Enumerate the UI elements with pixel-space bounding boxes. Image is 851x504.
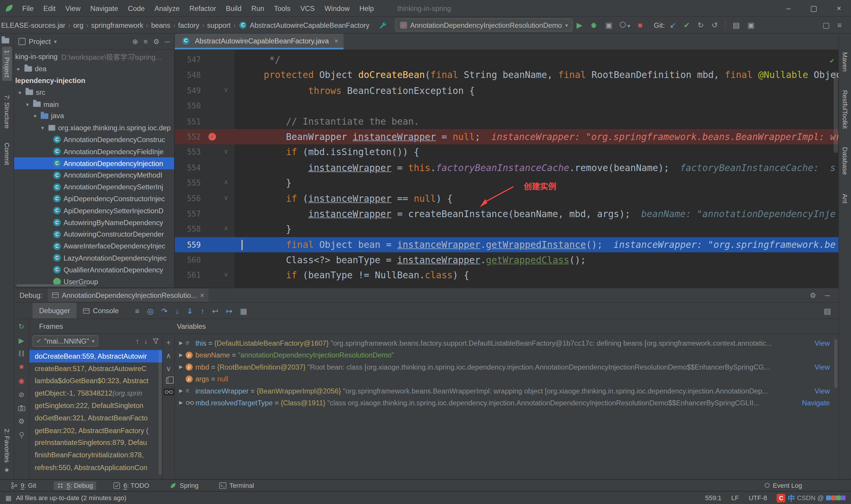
- gutter-cell[interactable]: [201, 206, 231, 221]
- expand-arrow-icon[interactable]: ▶: [179, 400, 185, 405]
- caret-position[interactable]: 559:1: [705, 494, 722, 502]
- tool-stripe-favorites[interactable]: 2: Favorites: [3, 429, 11, 463]
- tree-item[interactable]: ▾src: [14, 87, 174, 98]
- step-out-icon[interactable]: ↑: [201, 306, 204, 315]
- variable-row[interactable]: ▶pbeanName = "annotationDependencyInject…: [175, 349, 838, 361]
- tree-item[interactable]: CAutowiringConstructorDepender: [14, 228, 174, 240]
- fold-marker-icon[interactable]: ∧: [224, 221, 228, 236]
- filter-funnel-icon[interactable]: [152, 338, 159, 344]
- tree-item[interactable]: ▾java: [14, 110, 174, 122]
- line-separator-indicator[interactable]: LF: [731, 494, 739, 502]
- tool-windows-toggle-icon[interactable]: ▦: [5, 494, 12, 502]
- window-layout-icon[interactable]: ▢: [819, 21, 834, 29]
- gutter-cell[interactable]: [201, 98, 231, 114]
- tool-button-spring[interactable]: Spring: [167, 481, 202, 489]
- stack-frame-row[interactable]: createBean:517, AbstractAutowireC: [29, 362, 162, 375]
- tree-item[interactable]: CAnnotationDependencySetterInj: [14, 181, 174, 193]
- menu-window[interactable]: Window: [320, 4, 355, 13]
- project-view-select[interactable]: Project: [29, 37, 51, 46]
- tool-button-git[interactable]: 9: Git: [8, 481, 40, 489]
- stack-frame-row[interactable]: doGetBean:321, AbstractBeanFacto: [29, 412, 162, 424]
- stack-frame-row[interactable]: doCreateBean:559, AbstractAutowir: [29, 350, 162, 362]
- tool-button-terminal[interactable]: Terminal: [216, 481, 257, 489]
- fold-marker-icon[interactable]: ∨: [224, 82, 228, 97]
- rerun-icon[interactable]: ↻: [19, 322, 24, 330]
- tree-item[interactable]: CAnnotationDependencyFieldInje: [14, 146, 174, 158]
- stack-frame-row[interactable]: getBean:202, AbstractBeanFactory (: [29, 424, 162, 437]
- menu-navigate[interactable]: Navigate: [85, 4, 123, 13]
- run-configuration-select[interactable]: AnnotationDependencyInjectionResolutionD…: [395, 18, 573, 31]
- tool-stripe-project[interactable]: 1: Project: [2, 47, 12, 80]
- previous-frame-icon[interactable]: ↑: [135, 337, 139, 345]
- code-editor[interactable]: 547 */548 protected Object doCreateBean(…: [175, 50, 838, 287]
- editor-scrollbar[interactable]: [834, 72, 838, 153]
- tree-item[interactable]: CAnnotationDependencyInjection: [14, 158, 174, 169]
- thread-select[interactable]: ✔ "mai...NNING" ▾: [33, 335, 98, 347]
- menu-refactor[interactable]: Refactor: [184, 4, 221, 13]
- stack-frame-row[interactable]: getSingleton:222, DefaultSingleton: [29, 399, 162, 412]
- coverage-button[interactable]: ▣: [601, 21, 616, 29]
- thread-dump-camera-icon[interactable]: [18, 405, 25, 411]
- variable-navigate-link[interactable]: Navigate: [797, 398, 838, 407]
- tool-stripe-structure[interactable]: 7: Structure: [3, 95, 11, 128]
- rollback-icon[interactable]: ↺: [708, 21, 722, 29]
- tab-console[interactable]: Console: [76, 303, 125, 319]
- tree-item[interactable]: CApiDependencyConstructorInjec: [14, 193, 174, 205]
- collapse-all-icon[interactable]: ≡: [144, 37, 148, 46]
- tree-item[interactable]: ▾org.xiaoge.thinking.in.spring.ioc.dep: [14, 122, 174, 134]
- close-icon[interactable]: ×: [200, 291, 204, 299]
- breadcrumb-item[interactable]: springframework: [90, 21, 144, 29]
- variable-row[interactable]: ▶≡instanceWrapper = {BeanWrapperImpl@205…: [175, 385, 838, 396]
- watches-glasses-icon[interactable]: [163, 389, 174, 396]
- stack-frame-row[interactable]: refresh:550, AbstractApplicationCon: [29, 462, 162, 474]
- gutter-cell[interactable]: ∧: [201, 175, 231, 191]
- variable-view-link[interactable]: View: [809, 387, 838, 395]
- tree-item[interactable]: CApiDependencySetterInjectionD: [14, 205, 174, 217]
- restore-layout-icon[interactable]: ▤: [824, 306, 838, 315]
- chevron-down-icon[interactable]: ▾: [18, 90, 25, 95]
- hide-panel-icon[interactable]: ─: [825, 291, 830, 299]
- minimize-button[interactable]: –: [777, 4, 800, 13]
- close-icon[interactable]: ×: [334, 37, 338, 45]
- gutter-cell[interactable]: [201, 160, 231, 175]
- tree-item[interactable]: lependency-injection: [14, 75, 174, 87]
- collapse-icon[interactable]: ∨: [166, 364, 171, 373]
- tool-stripe-restfultoolkit[interactable]: RestfulToolkit: [841, 90, 849, 129]
- mute-breakpoints-icon[interactable]: ⊘: [19, 391, 24, 399]
- menu-vcs[interactable]: VCS: [295, 4, 320, 13]
- tree-item[interactable]: CAwareInterfaceDependencyInjec: [14, 240, 174, 252]
- tool-stripe-database[interactable]: Database: [841, 147, 849, 175]
- settings-gear-icon[interactable]: ⚙: [153, 37, 159, 46]
- breakpoint-icon[interactable]: ✓: [208, 133, 216, 141]
- tree-item[interactable]: CAnnotationDependencyMethodI: [14, 169, 174, 181]
- menu-analyze[interactable]: Analyze: [149, 4, 184, 13]
- step-over-icon[interactable]: ↷: [161, 306, 168, 315]
- breadcrumb-item[interactable]: org: [72, 21, 85, 29]
- horizontal-scrollbar[interactable]: [16, 284, 87, 286]
- settings-gear-icon[interactable]: ⚙: [810, 291, 816, 299]
- tree-item[interactable]: CLazyAnnotationDependencyInjec: [14, 252, 174, 264]
- menu-run[interactable]: Run: [247, 4, 269, 13]
- gutter-cell[interactable]: ✓: [201, 129, 231, 144]
- git-update-icon[interactable]: ↙: [666, 21, 680, 29]
- chevron-down-icon[interactable]: ▾: [41, 125, 49, 131]
- menu-build[interactable]: Build: [221, 4, 247, 13]
- breadcrumb-item[interactable]: beans: [150, 21, 171, 29]
- expand-icon[interactable]: ∧: [166, 352, 171, 360]
- maximize-button[interactable]: ▢: [800, 4, 827, 13]
- fold-marker-icon[interactable]: ∨: [224, 190, 228, 205]
- gutter-cell[interactable]: [201, 114, 231, 129]
- gutter-cell[interactable]: ∨: [201, 191, 231, 206]
- chevron-right-icon[interactable]: ▸: [17, 66, 24, 72]
- breadcrumb-item[interactable]: AbstractAutowireCapableBeanFactory: [249, 21, 370, 29]
- breadcrumb-item[interactable]: support: [206, 21, 232, 29]
- chevron-down-icon[interactable]: ▾: [26, 101, 33, 107]
- stack-frame-row[interactable]: lambda$doGetBean$0:323, Abstract: [29, 375, 162, 387]
- frames-scrollbar[interactable]: [158, 350, 162, 475]
- event-log-button[interactable]: Event Log: [765, 482, 843, 489]
- variable-row[interactable]: ▶pmbd = {RootBeanDefinition@2037} "Root …: [175, 361, 838, 373]
- diff-icon[interactable]: ▤: [729, 21, 743, 29]
- next-frame-icon[interactable]: ↓: [144, 337, 148, 345]
- menu-code[interactable]: Code: [123, 4, 149, 13]
- stop-icon[interactable]: ■: [19, 362, 23, 371]
